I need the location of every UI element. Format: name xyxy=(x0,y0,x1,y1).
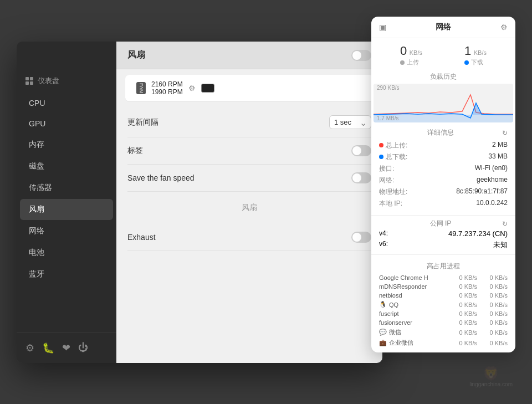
detail-title: 详细信息 xyxy=(379,128,502,137)
app-window: 仪表盘 CPUGPU内存磁盘传感器风扇网络电池蓝牙 ⚙ 🐛 ❤ ⏻ 风扇 FAN… xyxy=(17,42,382,363)
sidebar-item-memory[interactable]: 内存 xyxy=(20,134,113,155)
process-row: netbiosd0 KB/s0 KB/s xyxy=(379,291,508,300)
detail-row: 接口:Wi-Fi (en0) xyxy=(379,163,508,175)
settings-icon[interactable]: ⚙ xyxy=(25,342,34,354)
detail-label: 本地 IP: xyxy=(379,199,402,208)
update-interval-select-wrapper[interactable]: 1 sec 0.5 sec 2 sec 5 sec xyxy=(329,115,371,129)
exhaust-row: Exhaust xyxy=(127,224,371,251)
settings-section: 更新间隔 1 sec 0.5 sec 2 sec 5 sec 标签 Save t… xyxy=(116,108,382,192)
chart-area: 290 KB/s 1.7 MB/s xyxy=(374,84,513,122)
fan-gear-icon[interactable]: ⚙ xyxy=(188,84,196,93)
detail-color-dot xyxy=(379,155,383,159)
download-label: 下载 xyxy=(471,58,483,67)
detail-rows: 总上传:2 MB总下载:33 MB接口:Wi-Fi (en0)网络:geekho… xyxy=(379,140,508,209)
process-name: 💼企业微信 xyxy=(379,339,447,347)
process-upload: 0 KB/s xyxy=(447,274,477,281)
tag-label: 标签 xyxy=(127,146,143,156)
history-title: 负载历史 xyxy=(371,70,515,84)
detail-header: 详细信息 ↻ xyxy=(379,126,508,140)
chart-label-top: 290 KB/s xyxy=(377,85,400,91)
process-row: fusionserver0 KB/s0 KB/s xyxy=(379,318,508,327)
process-name: mDNSResponder xyxy=(379,283,447,290)
detail-value: 8c:85:90:a1:7f:87 xyxy=(456,187,508,197)
process-download: 0 KB/s xyxy=(477,292,508,299)
main-toggle[interactable] xyxy=(351,50,371,61)
detail-row: 总下载:33 MB xyxy=(379,151,508,163)
exhaust-toggle[interactable] xyxy=(351,232,371,243)
fan-section-label: 风扇 xyxy=(116,192,382,224)
exhaust-section: Exhaust xyxy=(116,224,382,251)
upload-dot xyxy=(400,60,405,65)
process-download: 0 KB/s xyxy=(477,340,508,346)
widget-header: ▣ 网络 ⚙ xyxy=(371,17,515,38)
fan-rpm2: 1990 RPM xyxy=(151,88,183,96)
sidebar-item-network[interactable]: 网络 xyxy=(20,221,113,242)
sidebar-nav: CPUGPU内存磁盘传感器风扇网络电池蓝牙 xyxy=(17,93,116,285)
detail-row: 网络:geekhome xyxy=(379,175,508,186)
fan-rpm1: 2160 RPM xyxy=(151,80,183,88)
sidebar-item-battery[interactable]: 电池 xyxy=(20,242,113,263)
refresh-icon[interactable]: ↻ xyxy=(502,129,508,137)
sidebar-item-sensor[interactable]: 传感器 xyxy=(20,177,113,198)
bug-icon[interactable]: 🐛 xyxy=(42,342,54,354)
watermark: 🦁 lingganchina.com xyxy=(469,366,513,387)
heart-icon[interactable]: ❤ xyxy=(62,342,70,354)
download-stat: 1 KB/s 下载 xyxy=(464,44,487,67)
widget-title: 网络 xyxy=(436,22,451,32)
process-name: netbiosd xyxy=(379,292,447,299)
chart-icon: ▣ xyxy=(379,23,386,32)
fan-color-swatch[interactable] xyxy=(201,84,214,93)
upload-unit: KB/s xyxy=(410,49,422,56)
sidebar-item-bluetooth[interactable]: 蓝牙 xyxy=(20,264,113,285)
sidebar-item-fan[interactable]: 风扇 xyxy=(20,199,113,220)
watermark-text: lingganchina.com xyxy=(469,381,513,387)
process-upload: 0 KB/s xyxy=(447,283,477,290)
upload-stat: 0 KB/s 上传 xyxy=(400,44,422,67)
save-speed-toggle[interactable] xyxy=(351,172,371,183)
process-row: fuscript0 KB/s0 KB/s xyxy=(379,309,508,318)
process-icon: 🐧 xyxy=(379,301,387,308)
fan-badge: FAN xyxy=(136,82,146,94)
process-download: 0 KB/s xyxy=(477,283,508,290)
process-download: 0 KB/s xyxy=(477,301,508,308)
v4-value: 49.7.237.234 (CN) xyxy=(448,229,508,238)
process-name: Google Chrome H xyxy=(379,274,447,281)
tag-toggle[interactable] xyxy=(351,145,371,156)
process-download: 0 KB/s xyxy=(477,274,508,281)
power-icon[interactable]: ⏻ xyxy=(78,342,88,354)
process-row: Google Chrome H0 KB/s0 KB/s xyxy=(379,273,508,282)
process-name: 🐧QQ xyxy=(379,301,447,308)
process-title: 高占用进程 xyxy=(379,259,508,273)
page-title: 风扇 xyxy=(127,49,145,61)
process-rows: Google Chrome H0 KB/s0 KB/smDNSResponder… xyxy=(379,273,508,348)
fan-row: FAN 2160 RPM 1990 RPM ⚙ xyxy=(125,75,374,102)
sidebar-item-dashboard[interactable]: 仪表盘 xyxy=(17,69,116,93)
grid-icon xyxy=(25,77,33,85)
detail-value: 33 MB xyxy=(488,152,508,162)
process-download: 0 KB/s xyxy=(477,310,508,317)
process-name: fuscript xyxy=(379,310,447,317)
update-interval-select[interactable]: 1 sec 0.5 sec 2 sec 5 sec xyxy=(329,115,371,129)
upload-label: 上传 xyxy=(407,58,419,67)
widget-gear-icon[interactable]: ⚙ xyxy=(500,23,508,32)
detail-label: 物理地址: xyxy=(379,187,407,197)
v4-row: v4: 49.7.237.234 (CN) xyxy=(379,228,508,239)
detail-value: Wi-Fi (en0) xyxy=(475,164,508,173)
process-download: 0 KB/s xyxy=(477,319,508,326)
process-download: 0 KB/s xyxy=(477,329,508,336)
sidebar-item-cpu[interactable]: CPU xyxy=(20,93,113,113)
sidebar-item-gpu[interactable]: GPU xyxy=(20,114,113,134)
detail-row: 总上传:2 MB xyxy=(379,140,508,151)
save-speed-label: Save the fan speed xyxy=(127,173,195,182)
sidebar-item-disk[interactable]: 磁盘 xyxy=(20,156,113,177)
process-upload: 0 KB/s xyxy=(447,329,477,336)
download-dot xyxy=(464,60,469,65)
process-upload: 0 KB/s xyxy=(447,310,477,317)
fan-rpm-values: 2160 RPM 1990 RPM xyxy=(151,80,183,96)
public-ip-refresh[interactable]: ↻ xyxy=(502,220,508,228)
process-row: 🐧QQ0 KB/s0 KB/s xyxy=(379,300,508,309)
process-name: fusionserver xyxy=(379,319,447,326)
sidebar: 仪表盘 CPUGPU内存磁盘传感器风扇网络电池蓝牙 ⚙ 🐛 ❤ ⏻ xyxy=(17,42,116,363)
v4-label: v4: xyxy=(379,229,388,238)
download-unit: KB/s xyxy=(474,49,487,56)
